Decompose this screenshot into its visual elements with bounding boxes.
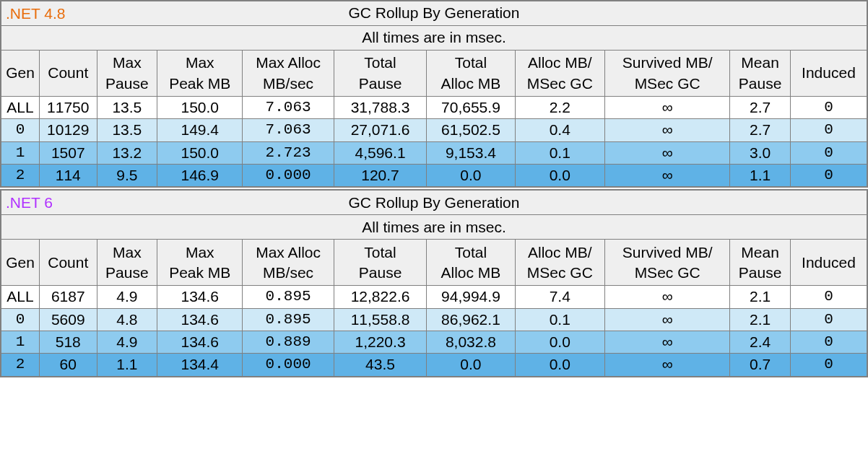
table-cell: 1 [1, 141, 40, 164]
panel-subtitle: All times are in msec. [1, 26, 867, 51]
table-cell: 0 [790, 141, 867, 164]
table-cell: 8,032.8 [427, 331, 515, 354]
table-cell: 1,220.3 [334, 331, 426, 354]
panel-subtitle: All times are in msec. [1, 215, 867, 240]
gc-rollup-table: .NET 6GC Rollup By GenerationAll times a… [1, 190, 867, 376]
table-cell: 7.063 [243, 97, 334, 119]
table-cell: 0.000 [243, 165, 334, 187]
table-cell: ∞ [604, 286, 729, 308]
table-cell: 0.7 [730, 354, 791, 376]
column-header: MaxPeak MB [157, 51, 243, 97]
table-cell: 9.5 [97, 165, 157, 187]
table-cell: 43.5 [334, 354, 426, 376]
column-header: Alloc MB/MSec GC [515, 51, 604, 97]
column-header: TotalPause [334, 51, 426, 97]
table-cell: 13.5 [97, 119, 157, 141]
table-cell: 134.4 [157, 354, 243, 376]
table-cell: 0 [790, 119, 867, 141]
table-cell: 4.9 [97, 286, 157, 308]
table-cell: 2.7 [730, 97, 791, 119]
table-cell: 2.2 [515, 97, 604, 119]
table-cell: ∞ [604, 141, 729, 164]
table-cell: 0.895 [243, 286, 334, 308]
table-cell: 2.7 [730, 119, 791, 141]
table-cell: 0 [1, 308, 40, 331]
table-cell: 0.1 [515, 141, 604, 164]
table-cell: 0 [1, 119, 40, 141]
table-cell: 0.0 [427, 354, 515, 376]
panel-title: GC Rollup By Generation [349, 3, 520, 23]
table-cell: 11,558.8 [334, 308, 426, 331]
table-cell: 0.4 [515, 119, 604, 141]
table-cell: 0.0 [515, 354, 604, 376]
gc-rollup-panel: .NET 4.8GC Rollup By GenerationAll times… [0, 0, 868, 188]
table-cell: 60 [40, 354, 97, 376]
table-cell: 134.6 [157, 331, 243, 354]
table-cell: 150.0 [157, 141, 243, 164]
table-cell: 0.0 [515, 331, 604, 354]
table-cell: 11750 [40, 97, 97, 119]
column-header: Alloc MB/MSec GC [515, 240, 604, 286]
table-cell: 0.0 [515, 165, 604, 187]
table-row: 056094.8134.60.89511,558.886,962.10.1∞2.… [1, 308, 867, 331]
table-cell: 27,071.6 [334, 119, 426, 141]
table-cell: 13.5 [97, 97, 157, 119]
version-label: .NET 6 [6, 193, 53, 213]
table-row: 1150713.2150.02.7234,596.19,153.40.1∞3.0… [1, 141, 867, 164]
column-header: Induced [790, 51, 867, 97]
table-cell: 86,962.1 [427, 308, 515, 331]
column-header: Count [40, 51, 97, 97]
table-cell: 6187 [40, 286, 97, 308]
table-cell: 7.063 [243, 119, 334, 141]
column-header: Gen [1, 240, 40, 286]
panel-title: GC Rollup By Generation [349, 193, 520, 213]
column-header: Survived MB/MSec GC [604, 240, 729, 286]
table-cell: ∞ [604, 354, 729, 376]
table-cell: 2.723 [243, 141, 334, 164]
column-header: Gen [1, 51, 40, 97]
table-cell: 146.9 [157, 165, 243, 187]
table-row: ALL1175013.5150.07.06331,788.370,655.92.… [1, 97, 867, 119]
table-cell: 2.1 [730, 286, 791, 308]
table-cell: 70,655.9 [427, 97, 515, 119]
table-cell: 0.0 [427, 165, 515, 187]
column-header: MaxPause [97, 51, 157, 97]
table-cell: 0 [790, 97, 867, 119]
table-cell: 12,822.6 [334, 286, 426, 308]
table-cell: 518 [40, 331, 97, 354]
table-row: 01012913.5149.47.06327,071.661,502.50.4∞… [1, 119, 867, 141]
table-cell: ∞ [604, 165, 729, 187]
column-header: Survived MB/MSec GC [604, 51, 729, 97]
table-row: 15184.9134.60.8891,220.38,032.80.0∞2.40 [1, 331, 867, 354]
table-cell: 31,788.3 [334, 97, 426, 119]
table-cell: 150.0 [157, 97, 243, 119]
table-cell: 134.6 [157, 286, 243, 308]
column-header: Induced [790, 240, 867, 286]
panel-title-cell: .NET 4.8GC Rollup By Generation [1, 1, 867, 26]
table-cell: ∞ [604, 119, 729, 141]
table-cell: 134.6 [157, 308, 243, 331]
table-row: 2601.1134.40.00043.50.00.0∞0.70 [1, 354, 867, 376]
table-cell: 13.2 [97, 141, 157, 164]
table-cell: 4,596.1 [334, 141, 426, 164]
table-cell: ALL [1, 286, 40, 308]
table-row: 21149.5146.90.000120.70.00.0∞1.10 [1, 165, 867, 187]
table-cell: 0 [790, 165, 867, 187]
table-cell: 0.895 [243, 308, 334, 331]
column-header: Max AllocMB/sec [243, 240, 334, 286]
table-cell: 2 [1, 165, 40, 187]
table-cell: 2.4 [730, 331, 791, 354]
table-cell: ∞ [604, 97, 729, 119]
table-cell: 0 [790, 354, 867, 376]
column-header: MeanPause [730, 240, 791, 286]
table-cell: 114 [40, 165, 97, 187]
table-cell: 4.8 [97, 308, 157, 331]
table-cell: 1.1 [730, 165, 791, 187]
table-cell: 1 [1, 331, 40, 354]
table-cell: 61,502.5 [427, 119, 515, 141]
table-cell: 5609 [40, 308, 97, 331]
table-cell: 10129 [40, 119, 97, 141]
table-cell: 0 [790, 286, 867, 308]
column-header: TotalAlloc MB [427, 240, 515, 286]
column-header: Max AllocMB/sec [243, 51, 334, 97]
